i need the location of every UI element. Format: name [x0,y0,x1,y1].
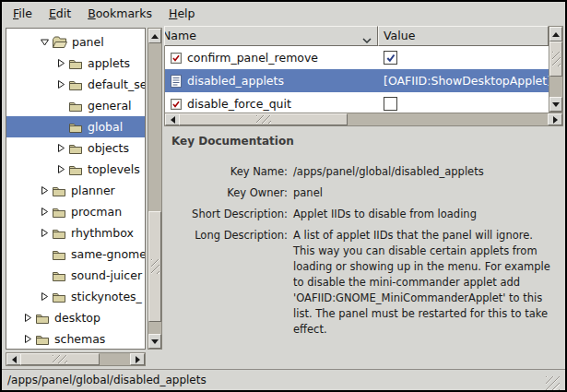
tree-item-applets[interactable]: applets [6,53,145,74]
tree-item-general[interactable]: general [6,95,145,116]
key-value-cell [378,51,549,65]
scroll-left-arrow-icon[interactable] [6,353,21,365]
tree-horizontal-scrollbar[interactable] [6,352,146,366]
scroll-up-arrow-icon[interactable] [148,29,161,43]
list-horizontal-scrollbar[interactable] [164,113,563,126]
tree-panel: panelappletsdefault_segeneralglobalobjec… [4,26,162,368]
expander-closed-icon[interactable] [40,207,52,217]
key-row-confirm_panel_remove[interactable]: confirm_panel_remove [165,46,549,69]
tree-item-label: general [88,99,132,113]
expander-closed-icon[interactable] [56,164,68,174]
key-list-header: Name Value [164,26,549,46]
doc-field-value: A list of applet IIDs that the panel wil… [293,228,556,338]
statusbar-path: /apps/panel/global/disabled_applets [7,374,546,386]
menu-bookmarks[interactable]: Bookmarks [79,4,160,23]
tree-item-default-se[interactable]: default_se [6,74,145,95]
expander-closed-icon[interactable] [56,79,68,89]
tree-item-objects[interactable]: objects [6,137,145,159]
list-hscroll-thumb[interactable] [179,113,348,125]
key-name-label: disabled_applets [187,74,284,88]
scroll-down-arrow-icon[interactable] [549,97,562,112]
folder-icon [68,163,83,176]
doc-field-label: Key Name: [171,164,288,180]
tree-item-desktop[interactable]: desktop [6,307,145,328]
key-name-cell: disable_force_quit [165,97,378,112]
column-header-name-label: Name [164,29,196,42]
list-vscroll-thumb[interactable] [549,42,562,77]
scroll-left-arrow-icon[interactable] [165,113,180,125]
folder-open-icon [52,35,67,49]
folder-icon [52,291,66,303]
key-value-cell: [OAFIID:ShowDesktopApplet] [378,74,549,88]
tree-item-sound-juicer[interactable]: sound-juicer [6,265,145,286]
tree-item-global[interactable]: global [6,116,145,137]
key-row-disabled_applets[interactable]: disabled_applets[OAFIID:ShowDesktopApple… [165,69,549,92]
tree-item-procman[interactable]: procman [6,201,145,222]
key-value-cell [378,97,549,111]
folder-icon [68,78,83,91]
doc-field-value: /apps/panel/global/disabled_applets [293,164,556,180]
folder-icon [68,142,83,155]
expander-closed-icon[interactable] [56,143,68,153]
key-documentation-title: Key Documentation [171,135,556,148]
menu-help[interactable]: Help [160,4,204,23]
doc-field-value: panel [293,185,556,201]
tree-item-same-gnome[interactable]: same-gnome [6,244,145,265]
tree-item-label: desktop [54,311,100,325]
expander-open-icon[interactable] [40,37,52,47]
list-vertical-scrollbar[interactable] [549,26,563,113]
key-row-disable_force_quit[interactable]: disable_force_quit [165,92,549,113]
folder-icon [35,312,50,325]
expander-closed-icon[interactable] [40,228,52,238]
key-name-label: disable_force_quit [187,97,291,111]
scroll-right-arrow-icon[interactable] [130,353,145,365]
expander-closed-icon[interactable] [56,58,68,68]
column-header-value-label: Value [384,29,415,42]
tree-item-label: default_se [88,77,146,91]
key-value-text: [OAFIID:ShowDesktopApplet] [384,74,549,88]
tree-item-panel[interactable]: panel [6,31,145,53]
checkbox-checked[interactable] [384,51,397,65]
sort-indicator-icon [362,33,372,46]
statusbar: /apps/panel/global/disabled_applets [2,369,565,390]
resize-grip-icon[interactable] [546,376,560,390]
expander-closed-icon[interactable] [23,313,35,323]
column-header-name[interactable]: Name [164,26,378,46]
scroll-down-arrow-icon[interactable] [148,334,161,349]
expander-closed-icon[interactable] [23,334,35,344]
folder-icon [68,121,83,134]
doc-field-label: Short Description: [171,207,288,222]
expander-closed-icon[interactable] [40,291,52,302]
tree-item-label: global [88,120,123,134]
folder-icon [68,100,83,113]
doc-field-label: Long Description: [171,228,288,338]
menubar: FileEditBookmarksHelp [2,2,565,24]
tree-item-label: stickynotes_ [71,290,142,303]
tree-item-schemas[interactable]: schemas [6,328,145,350]
tree-item-planner[interactable]: planner [6,180,145,201]
tree-vscroll-thumb[interactable] [148,211,161,322]
tree-item-label: rhythmbox [71,226,134,240]
tree-item-stickynotes-[interactable]: stickynotes_ [6,286,145,307]
menu-edit[interactable]: Edit [41,4,79,23]
checkbox-unchecked[interactable] [384,97,397,111]
tree-item-toplevels[interactable]: toplevels [6,159,145,180]
key-documentation-fields: Key Name:/apps/panel/global/disabled_app… [171,164,556,338]
expander-closed-icon[interactable] [40,185,52,196]
tree-item-label: sound-juicer [71,268,142,282]
bool-key-icon [169,97,183,112]
tree-item-label: procman [71,205,122,219]
tree-item-rhythmbox[interactable]: rhythmbox [6,222,145,244]
scroll-up-arrow-icon[interactable] [549,27,562,42]
folder-icon [52,227,66,240]
column-header-value[interactable]: Value [378,26,549,46]
key-documentation-pane: Key Documentation Key Name:/apps/panel/g… [164,126,563,368]
folder-icon [35,333,50,346]
tree: panelappletsdefault_segeneralglobalobjec… [6,28,146,350]
key-list-body: confirm_panel_removedisabled_applets[OAF… [164,46,549,113]
key-name-cell: disabled_applets [165,74,378,89]
tree-vertical-scrollbar[interactable] [148,28,162,350]
tree-hscroll-thumb[interactable] [20,353,100,365]
menu-file[interactable]: File [5,4,41,23]
scroll-right-arrow-icon[interactable] [548,113,562,125]
